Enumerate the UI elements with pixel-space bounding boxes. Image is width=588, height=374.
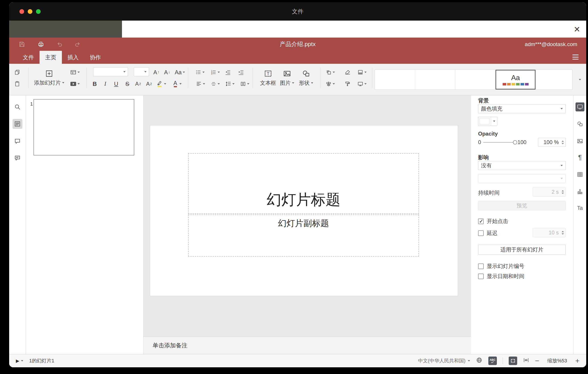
spellcheck-toggle[interactable]: ABC — [488, 357, 497, 365]
highlight-color-button[interactable] — [154, 79, 168, 89]
chat-feedback-icon[interactable] — [12, 153, 22, 163]
opacity-slider-knob[interactable] — [513, 140, 517, 144]
tab-collaboration[interactable]: 协作 — [84, 51, 106, 64]
tab-insert[interactable]: 插入 — [62, 51, 84, 64]
table-settings-icon[interactable] — [576, 170, 584, 179]
horizontal-align-button[interactable] — [194, 79, 207, 89]
paste-icon[interactable] — [13, 79, 22, 89]
line-spacing-button[interactable] — [223, 79, 236, 89]
columns-button[interactable] — [238, 79, 251, 89]
background-color-swatch-select[interactable] — [478, 117, 497, 126]
fit-to-slide-toggle[interactable] — [509, 357, 517, 365]
zoom-out-button[interactable]: − — [535, 357, 539, 364]
change-case-button[interactable]: Aa — [173, 67, 187, 77]
tab-home[interactable]: 主页 — [40, 51, 62, 64]
title-placeholder[interactable]: 幻灯片标题 — [188, 153, 419, 214]
start-slideshow-button[interactable] — [68, 79, 82, 89]
strikethrough-button[interactable]: S — [123, 79, 132, 89]
theme-gallery-expand-icon[interactable] — [576, 70, 584, 90]
document-language-icon[interactable] — [476, 357, 483, 365]
user-account-label: adm***@dootask.com — [525, 38, 577, 51]
language-select[interactable]: 中文(中华人民共和国) — [418, 357, 470, 364]
right-settings-tabs: ¶ Ta — [574, 95, 586, 354]
effect-select[interactable]: 没有 — [478, 161, 566, 170]
opacity-min-label: 0 — [478, 139, 481, 145]
bullet-list-button[interactable] — [193, 67, 206, 77]
preview-button[interactable]: 预览 — [478, 201, 566, 210]
document-title: 产品介绍.pptx — [9, 38, 586, 51]
status-bar: ▶ 1的幻灯片1 中文(中华人民共和国) ABC — [9, 354, 586, 367]
slides-panel-icon[interactable] — [12, 119, 22, 129]
slide-layout-button[interactable] — [68, 67, 82, 77]
bold-button[interactable]: B — [90, 79, 99, 89]
paragraph-settings-icon[interactable]: ¶ — [576, 153, 584, 162]
close-icon[interactable]: × — [574, 24, 580, 34]
align-shapes-button[interactable] — [323, 79, 337, 89]
font-color-button[interactable]: A — [170, 79, 184, 89]
image-settings-icon[interactable] — [576, 137, 584, 146]
numbered-list-button[interactable]: 123 — [209, 67, 222, 77]
apply-to-all-slides-button[interactable]: 适用于所有幻灯片 — [478, 245, 566, 254]
show-date-time-checkbox[interactable] — [478, 274, 484, 279]
search-icon[interactable] — [12, 102, 22, 112]
vertical-align-button[interactable] — [209, 79, 222, 89]
superscript-button[interactable]: A2 — [134, 79, 143, 89]
image-label: 图片 — [280, 79, 291, 87]
delay-input[interactable]: 10 s — [533, 228, 566, 237]
opacity-slider[interactable] — [483, 142, 515, 143]
add-slide-button[interactable]: 添加幻灯片 — [33, 67, 65, 89]
shape-settings-icon[interactable] — [576, 120, 584, 128]
hamburger-menu-icon[interactable] — [572, 55, 579, 59]
insert-textbox-button[interactable]: T 文本框 — [259, 67, 277, 89]
slide-canvas[interactable]: 幻灯片标题 幻灯片副标题 — [150, 125, 458, 296]
opacity-value-input[interactable]: 100 % — [538, 138, 566, 147]
font-size-combo[interactable] — [134, 67, 149, 76]
decrease-indent-button[interactable] — [223, 67, 233, 77]
underline-button[interactable]: U — [112, 79, 121, 89]
tab-file[interactable]: 文件 — [17, 51, 40, 64]
start-on-click-label: 开始点击 — [487, 218, 508, 225]
insert-shape-button[interactable]: 形状 — [297, 67, 315, 89]
start-slideshow-status-button[interactable]: ▶ — [16, 358, 23, 363]
theme-gallery-spacer — [536, 70, 572, 89]
opacity-increase-icon[interactable] — [562, 141, 564, 142]
chart-settings-icon[interactable] — [576, 187, 584, 196]
show-slide-number-checkbox[interactable] — [478, 264, 484, 269]
theme-thumbnail-selected[interactable]: Aa — [495, 70, 536, 89]
italic-button[interactable]: I — [101, 79, 110, 89]
duration-input[interactable]: 2 s — [533, 187, 566, 196]
window-titlebar: 文件 — [9, 2, 586, 21]
notes-input[interactable]: 单击添加备注 — [143, 336, 471, 354]
copy-style-button[interactable] — [343, 79, 353, 89]
clear-style-button[interactable] — [343, 67, 353, 77]
start-on-click-checkbox[interactable] — [478, 219, 484, 224]
editor-header: 产品介绍.pptx adm***@dootask.com 文件 主页 插入 协作 — [9, 38, 586, 64]
theme-thumbnail-1[interactable] — [375, 70, 415, 89]
increase-font-size-button[interactable]: A↑ — [151, 67, 161, 77]
decrease-font-size-button[interactable]: A↓ — [162, 67, 172, 77]
opacity-decrease-icon[interactable] — [562, 143, 564, 144]
theme-thumbnail-2[interactable] — [415, 70, 455, 89]
comments-icon[interactable] — [12, 136, 22, 146]
delay-checkbox[interactable] — [478, 231, 484, 236]
effect-variant-select[interactable] — [478, 174, 566, 183]
zoom-in-button[interactable]: + — [575, 357, 579, 364]
subscript-button[interactable]: A2 — [145, 79, 154, 89]
play-icon: ▶ — [16, 358, 19, 363]
start-on-click-row: 开始点击 — [478, 218, 508, 225]
theme-sample-text: Aa — [511, 74, 520, 81]
slide-settings-icon[interactable] — [576, 102, 584, 111]
text-art-settings-icon[interactable]: Ta — [576, 204, 584, 212]
subtitle-placeholder[interactable]: 幻灯片副标题 — [188, 215, 419, 257]
copy-icon[interactable] — [13, 67, 22, 77]
fit-to-width-button[interactable] — [523, 357, 529, 365]
fill-color-button[interactable] — [355, 67, 369, 77]
theme-thumbnail-3[interactable] — [455, 70, 495, 89]
insert-image-button[interactable]: 图片 — [278, 67, 296, 89]
slide-size-button[interactable] — [355, 79, 369, 89]
background-fill-select[interactable]: 颜色填充 — [478, 104, 566, 113]
increase-indent-button[interactable] — [236, 67, 246, 77]
font-name-combo[interactable] — [93, 67, 128, 76]
slide-thumbnail[interactable] — [33, 99, 134, 155]
arrange-shapes-button[interactable] — [323, 67, 337, 77]
